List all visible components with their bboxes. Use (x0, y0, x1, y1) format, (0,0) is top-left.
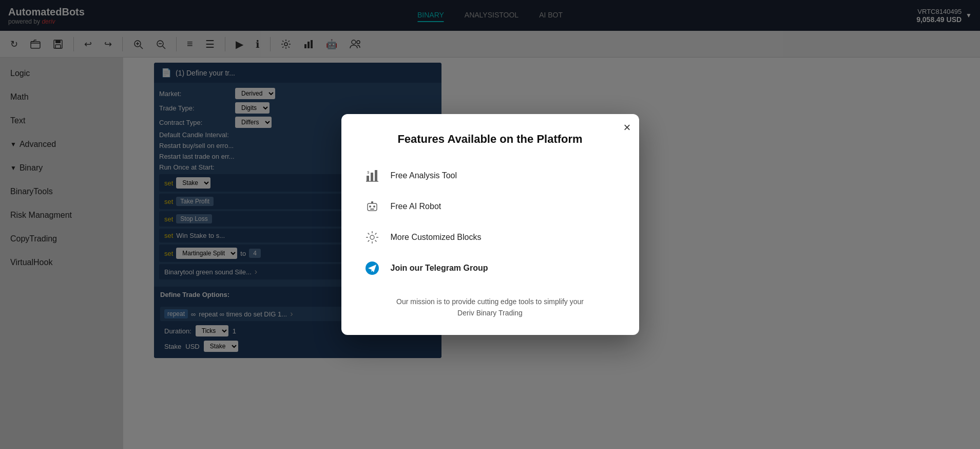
custom-blocks-label: More Customized Blocks (391, 233, 482, 242)
svg-point-23 (369, 205, 371, 208)
modal-close-button[interactable]: × (623, 121, 630, 134)
modal-overlay[interactable]: × Features Available on the Platform $ F… (0, 0, 980, 449)
feature-custom-blocks: More Customized Blocks (362, 222, 619, 253)
feature-analysis-tool: $ Free Analysis Tool (362, 160, 619, 191)
robot-icon (362, 196, 382, 217)
telegram-icon (362, 258, 382, 278)
svg-rect-19 (375, 170, 377, 181)
svg-text:$: $ (367, 170, 370, 175)
features-modal: × Features Available on the Platform $ F… (341, 114, 639, 335)
modal-title: Features Available on the Platform (362, 133, 619, 146)
svg-rect-25 (370, 209, 374, 210)
ai-robot-label: Free AI Robot (391, 202, 441, 211)
analysis-tool-label: Free Analysis Tool (391, 171, 457, 180)
chart-bar-icon: $ (362, 165, 382, 186)
feature-ai-robot: Free AI Robot (362, 191, 619, 222)
telegram-label: Join our Telegram Group (391, 264, 488, 273)
modal-footer: Our mission is to provide cutting edge t… (362, 296, 619, 319)
svg-point-28 (370, 235, 374, 239)
feature-telegram: Join our Telegram Group (362, 253, 619, 284)
svg-rect-17 (367, 176, 369, 181)
svg-rect-18 (371, 173, 373, 181)
gear-icon (362, 227, 382, 248)
feature-list: $ Free Analysis Tool Free (362, 160, 619, 284)
svg-point-24 (373, 205, 375, 208)
